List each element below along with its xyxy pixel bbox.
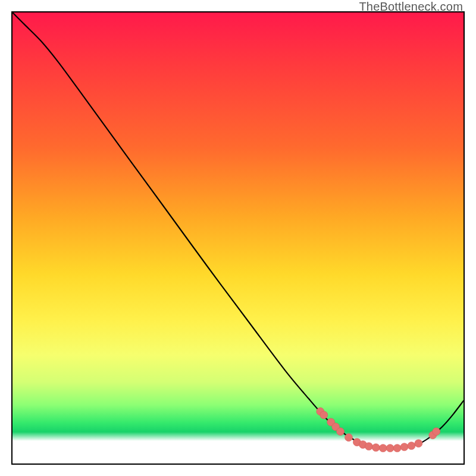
data-marker: [415, 440, 422, 447]
data-marker: [433, 428, 440, 436]
data-marker: [337, 428, 345, 436]
marker-dots: [317, 408, 440, 452]
chart-svg: [12, 12, 464, 464]
data-marker: [393, 444, 401, 452]
bottleneck-curve: [12, 12, 464, 449]
chart-frame: TheBottleneck.com: [0, 0, 476, 476]
data-marker: [372, 444, 380, 452]
data-marker: [386, 444, 394, 452]
data-marker: [365, 443, 372, 450]
data-marker: [408, 442, 415, 450]
data-marker: [379, 444, 387, 452]
data-marker: [345, 434, 353, 441]
data-marker: [320, 411, 328, 419]
plot-area: [11, 11, 465, 465]
data-marker: [400, 443, 408, 451]
